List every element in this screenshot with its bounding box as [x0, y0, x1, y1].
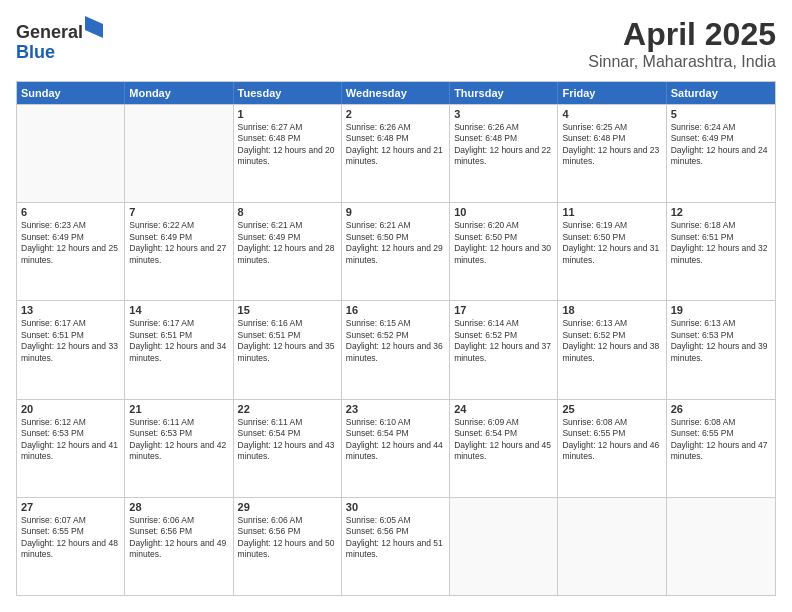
- header-cell-wednesday: Wednesday: [342, 82, 450, 104]
- day-number: 13: [21, 304, 120, 316]
- header-cell-saturday: Saturday: [667, 82, 775, 104]
- calendar-cell: 16Sunrise: 6:15 AMSunset: 6:52 PMDayligh…: [342, 301, 450, 398]
- cell-info: Sunrise: 6:12 AMSunset: 6:53 PMDaylight:…: [21, 417, 120, 463]
- day-number: 17: [454, 304, 553, 316]
- cell-info: Sunrise: 6:21 AMSunset: 6:49 PMDaylight:…: [238, 220, 337, 266]
- day-number: 23: [346, 403, 445, 415]
- calendar-cell: [450, 498, 558, 595]
- calendar-cell: 18Sunrise: 6:13 AMSunset: 6:52 PMDayligh…: [558, 301, 666, 398]
- day-number: 16: [346, 304, 445, 316]
- cell-info: Sunrise: 6:11 AMSunset: 6:54 PMDaylight:…: [238, 417, 337, 463]
- calendar-body: 1Sunrise: 6:27 AMSunset: 6:48 PMDaylight…: [17, 104, 775, 595]
- calendar-row-3: 13Sunrise: 6:17 AMSunset: 6:51 PMDayligh…: [17, 300, 775, 398]
- cell-info: Sunrise: 6:08 AMSunset: 6:55 PMDaylight:…: [671, 417, 771, 463]
- cell-info: Sunrise: 6:20 AMSunset: 6:50 PMDaylight:…: [454, 220, 553, 266]
- calendar-cell: 14Sunrise: 6:17 AMSunset: 6:51 PMDayligh…: [125, 301, 233, 398]
- day-number: 19: [671, 304, 771, 316]
- page: General Blue April 2025 Sinnar, Maharash…: [0, 0, 792, 612]
- month-title: April 2025: [588, 16, 776, 53]
- calendar-cell: 6Sunrise: 6:23 AMSunset: 6:49 PMDaylight…: [17, 203, 125, 300]
- day-number: 10: [454, 206, 553, 218]
- day-number: 21: [129, 403, 228, 415]
- calendar-header: SundayMondayTuesdayWednesdayThursdayFrid…: [17, 82, 775, 104]
- calendar-cell: [667, 498, 775, 595]
- day-number: 4: [562, 108, 661, 120]
- logo-text: General Blue: [16, 16, 103, 63]
- cell-info: Sunrise: 6:10 AMSunset: 6:54 PMDaylight:…: [346, 417, 445, 463]
- header-cell-monday: Monday: [125, 82, 233, 104]
- calendar-cell: 23Sunrise: 6:10 AMSunset: 6:54 PMDayligh…: [342, 400, 450, 497]
- day-number: 8: [238, 206, 337, 218]
- calendar-cell: 30Sunrise: 6:05 AMSunset: 6:56 PMDayligh…: [342, 498, 450, 595]
- cell-info: Sunrise: 6:26 AMSunset: 6:48 PMDaylight:…: [454, 122, 553, 168]
- calendar-cell: 15Sunrise: 6:16 AMSunset: 6:51 PMDayligh…: [234, 301, 342, 398]
- calendar-cell: 4Sunrise: 6:25 AMSunset: 6:48 PMDaylight…: [558, 105, 666, 202]
- calendar-cell: 1Sunrise: 6:27 AMSunset: 6:48 PMDaylight…: [234, 105, 342, 202]
- day-number: 18: [562, 304, 661, 316]
- logo-icon: [85, 16, 103, 38]
- cell-info: Sunrise: 6:25 AMSunset: 6:48 PMDaylight:…: [562, 122, 661, 168]
- cell-info: Sunrise: 6:23 AMSunset: 6:49 PMDaylight:…: [21, 220, 120, 266]
- calendar-cell: 21Sunrise: 6:11 AMSunset: 6:53 PMDayligh…: [125, 400, 233, 497]
- day-number: 7: [129, 206, 228, 218]
- calendar-cell: 27Sunrise: 6:07 AMSunset: 6:55 PMDayligh…: [17, 498, 125, 595]
- cell-info: Sunrise: 6:11 AMSunset: 6:53 PMDaylight:…: [129, 417, 228, 463]
- calendar: SundayMondayTuesdayWednesdayThursdayFrid…: [16, 81, 776, 596]
- cell-info: Sunrise: 6:13 AMSunset: 6:52 PMDaylight:…: [562, 318, 661, 364]
- calendar-cell: 24Sunrise: 6:09 AMSunset: 6:54 PMDayligh…: [450, 400, 558, 497]
- calendar-cell: 9Sunrise: 6:21 AMSunset: 6:50 PMDaylight…: [342, 203, 450, 300]
- cell-info: Sunrise: 6:22 AMSunset: 6:49 PMDaylight:…: [129, 220, 228, 266]
- calendar-cell: [558, 498, 666, 595]
- day-number: 14: [129, 304, 228, 316]
- calendar-cell: 22Sunrise: 6:11 AMSunset: 6:54 PMDayligh…: [234, 400, 342, 497]
- calendar-cell: 2Sunrise: 6:26 AMSunset: 6:48 PMDaylight…: [342, 105, 450, 202]
- day-number: 20: [21, 403, 120, 415]
- calendar-row-1: 1Sunrise: 6:27 AMSunset: 6:48 PMDaylight…: [17, 104, 775, 202]
- day-number: 3: [454, 108, 553, 120]
- day-number: 2: [346, 108, 445, 120]
- calendar-cell: 29Sunrise: 6:06 AMSunset: 6:56 PMDayligh…: [234, 498, 342, 595]
- cell-info: Sunrise: 6:15 AMSunset: 6:52 PMDaylight:…: [346, 318, 445, 364]
- svg-marker-0: [85, 16, 103, 38]
- calendar-cell: 7Sunrise: 6:22 AMSunset: 6:49 PMDaylight…: [125, 203, 233, 300]
- calendar-cell: 17Sunrise: 6:14 AMSunset: 6:52 PMDayligh…: [450, 301, 558, 398]
- logo: General Blue: [16, 16, 103, 63]
- cell-info: Sunrise: 6:21 AMSunset: 6:50 PMDaylight:…: [346, 220, 445, 266]
- logo-blue-text: Blue: [16, 42, 55, 62]
- day-number: 25: [562, 403, 661, 415]
- calendar-cell: 13Sunrise: 6:17 AMSunset: 6:51 PMDayligh…: [17, 301, 125, 398]
- cell-info: Sunrise: 6:18 AMSunset: 6:51 PMDaylight:…: [671, 220, 771, 266]
- calendar-cell: [17, 105, 125, 202]
- day-number: 1: [238, 108, 337, 120]
- day-number: 28: [129, 501, 228, 513]
- calendar-cell: 5Sunrise: 6:24 AMSunset: 6:49 PMDaylight…: [667, 105, 775, 202]
- calendar-row-4: 20Sunrise: 6:12 AMSunset: 6:53 PMDayligh…: [17, 399, 775, 497]
- calendar-cell: 26Sunrise: 6:08 AMSunset: 6:55 PMDayligh…: [667, 400, 775, 497]
- day-number: 5: [671, 108, 771, 120]
- calendar-cell: 8Sunrise: 6:21 AMSunset: 6:49 PMDaylight…: [234, 203, 342, 300]
- cell-info: Sunrise: 6:19 AMSunset: 6:50 PMDaylight:…: [562, 220, 661, 266]
- calendar-cell: 12Sunrise: 6:18 AMSunset: 6:51 PMDayligh…: [667, 203, 775, 300]
- logo-general: General: [16, 22, 83, 42]
- header-cell-sunday: Sunday: [17, 82, 125, 104]
- cell-info: Sunrise: 6:26 AMSunset: 6:48 PMDaylight:…: [346, 122, 445, 168]
- title-block: April 2025 Sinnar, Maharashtra, India: [588, 16, 776, 71]
- cell-info: Sunrise: 6:16 AMSunset: 6:51 PMDaylight:…: [238, 318, 337, 364]
- calendar-cell: 19Sunrise: 6:13 AMSunset: 6:53 PMDayligh…: [667, 301, 775, 398]
- header-cell-tuesday: Tuesday: [234, 82, 342, 104]
- calendar-cell: 10Sunrise: 6:20 AMSunset: 6:50 PMDayligh…: [450, 203, 558, 300]
- calendar-cell: 11Sunrise: 6:19 AMSunset: 6:50 PMDayligh…: [558, 203, 666, 300]
- day-number: 30: [346, 501, 445, 513]
- calendar-row-5: 27Sunrise: 6:07 AMSunset: 6:55 PMDayligh…: [17, 497, 775, 595]
- calendar-cell: 20Sunrise: 6:12 AMSunset: 6:53 PMDayligh…: [17, 400, 125, 497]
- cell-info: Sunrise: 6:09 AMSunset: 6:54 PMDaylight:…: [454, 417, 553, 463]
- day-number: 11: [562, 206, 661, 218]
- cell-info: Sunrise: 6:17 AMSunset: 6:51 PMDaylight:…: [21, 318, 120, 364]
- cell-info: Sunrise: 6:17 AMSunset: 6:51 PMDaylight:…: [129, 318, 228, 364]
- calendar-cell: 3Sunrise: 6:26 AMSunset: 6:48 PMDaylight…: [450, 105, 558, 202]
- day-number: 9: [346, 206, 445, 218]
- day-number: 12: [671, 206, 771, 218]
- calendar-cell: [125, 105, 233, 202]
- calendar-cell: 25Sunrise: 6:08 AMSunset: 6:55 PMDayligh…: [558, 400, 666, 497]
- header-cell-thursday: Thursday: [450, 82, 558, 104]
